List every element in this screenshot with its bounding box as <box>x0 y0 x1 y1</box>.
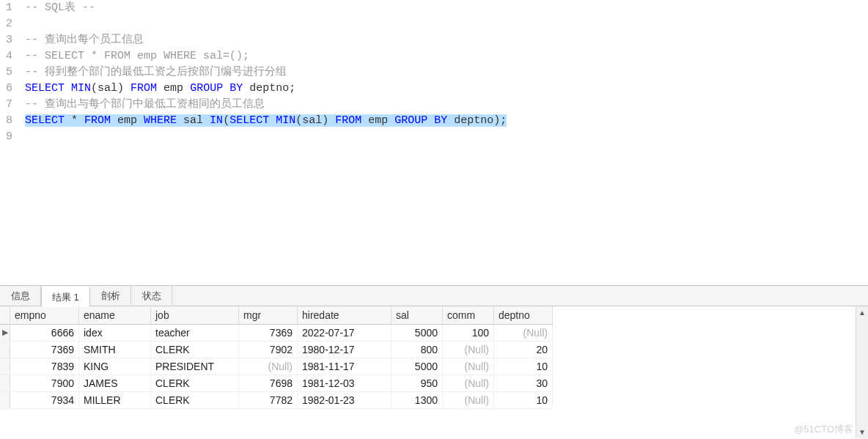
column-header-comm[interactable]: comm <box>443 306 494 325</box>
scroll-up-icon[interactable]: ▲ <box>856 306 869 319</box>
cell-hiredate[interactable]: 1981-11-17 <box>298 358 391 375</box>
cell-sal[interactable]: 950 <box>391 375 443 392</box>
cell-empno[interactable]: 7369 <box>10 342 79 358</box>
scroll-down-icon[interactable]: ▼ <box>856 426 869 438</box>
cell-hiredate[interactable]: 1981-12-03 <box>298 375 391 392</box>
cell-comm[interactable]: (Null) <box>443 375 494 392</box>
line-number: 9 <box>6 129 15 145</box>
cell-job[interactable]: teacher <box>151 325 239 342</box>
row-header-corner[interactable] <box>0 306 10 325</box>
cell-empno[interactable]: 6666 <box>10 325 79 342</box>
cell-sal[interactable]: 800 <box>391 342 443 358</box>
row-marker[interactable]: ▶ <box>0 325 10 342</box>
line-number: 1 <box>6 0 15 16</box>
tab-status[interactable]: 状态 <box>131 286 172 306</box>
code-line[interactable]: -- 查询出每个员工信息 <box>25 32 865 48</box>
line-number: 2 <box>6 16 15 32</box>
cell-mgr[interactable]: 7369 <box>239 325 298 342</box>
cell-mgr[interactable]: (Null) <box>239 358 298 375</box>
cell-hiredate[interactable]: 2022-07-17 <box>298 325 391 342</box>
column-header-job[interactable]: job <box>151 306 239 325</box>
cell-mgr[interactable]: 7902 <box>239 342 298 358</box>
cell-comm[interactable]: 100 <box>443 325 494 342</box>
cell-comm[interactable]: (Null) <box>443 358 494 375</box>
cell-deptno[interactable]: (Null) <box>494 325 553 342</box>
cell-ename[interactable]: JAMES <box>79 375 151 392</box>
cell-deptno[interactable]: 10 <box>494 392 553 409</box>
results-grid[interactable]: empnoenamejobmgrhiredatesalcommdeptno▶66… <box>0 306 868 409</box>
code-line[interactable]: SELECT MIN(sal) FROM emp GROUP BY deptno… <box>25 81 865 97</box>
line-number: 6 <box>6 81 15 97</box>
line-number: 7 <box>6 97 15 113</box>
cell-ename[interactable]: KING <box>79 358 151 375</box>
cell-mgr[interactable]: 7698 <box>239 375 298 392</box>
column-header-ename[interactable]: ename <box>79 306 151 325</box>
code-line[interactable]: -- 查询出与每个部门中最低工资相同的员工信息 <box>25 97 865 113</box>
cell-empno[interactable]: 7839 <box>10 358 79 375</box>
column-header-empno[interactable]: empno <box>10 306 79 325</box>
code-line[interactable]: -- SQL表 -- <box>25 0 865 16</box>
cell-ename[interactable]: idex <box>79 325 151 342</box>
cell-ename[interactable]: MILLER <box>79 392 151 409</box>
cell-job[interactable]: CLERK <box>151 342 239 358</box>
column-header-sal[interactable]: sal <box>391 306 443 325</box>
row-marker[interactable] <box>0 375 10 392</box>
results-panel: empnoenamejobmgrhiredatesalcommdeptno▶66… <box>0 306 868 438</box>
cell-hiredate[interactable]: 1980-12-17 <box>298 342 391 358</box>
cell-mgr[interactable]: 7782 <box>239 392 298 409</box>
cell-empno[interactable]: 7934 <box>10 392 79 409</box>
results-tabs: 信息 结果 1 剖析 状态 <box>0 286 868 306</box>
tab-info[interactable]: 信息 <box>0 286 41 306</box>
code-line[interactable]: SELECT * FROM emp WHERE sal IN(SELECT MI… <box>25 113 865 129</box>
line-number: 8 <box>6 113 15 129</box>
column-header-deptno[interactable]: deptno <box>494 306 553 325</box>
cell-empno[interactable]: 7900 <box>10 375 79 392</box>
row-marker[interactable] <box>0 358 10 375</box>
code-line[interactable]: -- 得到整个部门的最低工资之后按部门编号进行分组 <box>25 64 865 81</box>
watermark: @51CTO博客 <box>794 423 853 436</box>
line-number-gutter: 123456789 <box>0 0 22 285</box>
tab-result-1[interactable]: 结果 1 <box>41 287 90 307</box>
cell-comm[interactable]: (Null) <box>443 392 494 409</box>
sql-editor[interactable]: 123456789 -- SQL表 -- -- 查询出每个员工信息-- SELE… <box>0 0 868 286</box>
column-header-mgr[interactable]: mgr <box>239 306 298 325</box>
line-number: 5 <box>6 64 15 81</box>
code-line[interactable]: -- SELECT * FROM emp WHERE sal=(); <box>25 48 865 64</box>
line-number: 4 <box>6 48 15 64</box>
cell-job[interactable]: CLERK <box>151 375 239 392</box>
code-line[interactable] <box>25 129 865 145</box>
cell-deptno[interactable]: 20 <box>494 342 553 358</box>
row-marker[interactable] <box>0 392 10 409</box>
cell-ename[interactable]: SMITH <box>79 342 151 358</box>
column-header-hiredate[interactable]: hiredate <box>298 306 391 325</box>
cell-job[interactable]: CLERK <box>151 392 239 409</box>
cell-deptno[interactable]: 10 <box>494 358 553 375</box>
cell-hiredate[interactable]: 1982-01-23 <box>298 392 391 409</box>
code-area[interactable]: -- SQL表 -- -- 查询出每个员工信息-- SELECT * FROM … <box>22 0 868 285</box>
cell-sal[interactable]: 1300 <box>391 392 443 409</box>
cell-job[interactable]: PRESIDENT <box>151 358 239 375</box>
cell-comm[interactable]: (Null) <box>443 342 494 358</box>
cell-deptno[interactable]: 30 <box>494 375 553 392</box>
tab-profile[interactable]: 剖析 <box>90 286 131 306</box>
cell-sal[interactable]: 5000 <box>391 325 443 342</box>
vertical-scrollbar[interactable]: ▲ ▼ <box>856 306 868 438</box>
line-number: 3 <box>6 32 15 48</box>
row-marker[interactable] <box>0 342 10 358</box>
code-line[interactable] <box>25 16 865 32</box>
cell-sal[interactable]: 5000 <box>391 358 443 375</box>
